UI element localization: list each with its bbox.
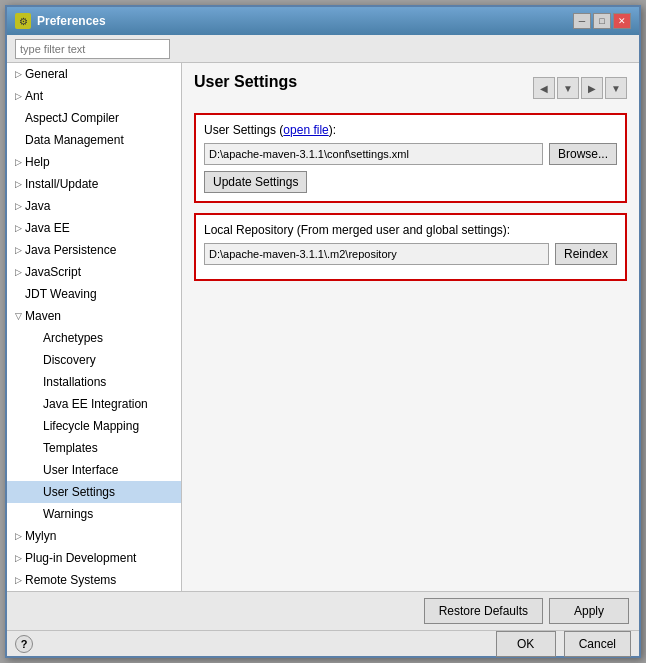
- sidebar-label-java: Java: [25, 199, 50, 213]
- expand-icon-templates: [29, 441, 43, 455]
- sidebar-label-discovery: Discovery: [43, 353, 96, 367]
- sidebar: ▷ General ▷ Ant AspectJ Compiler: [7, 63, 182, 591]
- expand-icon-installations: [29, 375, 43, 389]
- nav-forward-button[interactable]: ▶: [581, 77, 603, 99]
- local-repo-path-input[interactable]: [204, 243, 549, 265]
- sidebar-item-aspectj[interactable]: AspectJ Compiler: [7, 107, 181, 129]
- expand-icon-data-management: [11, 133, 25, 147]
- ok-button[interactable]: OK: [496, 631, 556, 657]
- sidebar-label-ant: Ant: [25, 89, 43, 103]
- sidebar-item-plugin-dev[interactable]: ▷ Plug-in Development: [7, 547, 181, 569]
- sidebar-label-user-interface: User Interface: [43, 463, 118, 477]
- sidebar-item-jdt-weaving[interactable]: JDT Weaving: [7, 283, 181, 305]
- maximize-button[interactable]: □: [593, 13, 611, 29]
- sidebar-label-lifecycle-mapping: Lifecycle Mapping: [43, 419, 139, 433]
- sidebar-item-discovery[interactable]: Discovery: [7, 349, 181, 371]
- expand-icon-user-settings: [29, 485, 43, 499]
- filter-input[interactable]: [15, 39, 170, 59]
- sidebar-item-java-persistence[interactable]: ▷ Java Persistence: [7, 239, 181, 261]
- expand-icon-javascript: ▷: [11, 265, 25, 279]
- expand-icon-help: ▷: [11, 155, 25, 169]
- expand-icon-java-ee-integration: [29, 397, 43, 411]
- sidebar-label-javascript: JavaScript: [25, 265, 81, 279]
- nav-forward-dropdown-button[interactable]: ▼: [605, 77, 627, 99]
- expand-icon-java-ee: ▷: [11, 221, 25, 235]
- sidebar-label-jdt-weaving: JDT Weaving: [25, 287, 97, 301]
- sidebar-label-java-ee: Java EE: [25, 221, 70, 235]
- sidebar-label-plugin-dev: Plug-in Development: [25, 551, 136, 565]
- sidebar-label-mylyn: Mylyn: [25, 529, 56, 543]
- sidebar-item-java-ee[interactable]: ▷ Java EE: [7, 217, 181, 239]
- close-button[interactable]: ✕: [613, 13, 631, 29]
- sidebar-label-data-management: Data Management: [25, 133, 124, 147]
- sidebar-item-java-ee-integration[interactable]: Java EE Integration: [7, 393, 181, 415]
- sidebar-item-mylyn[interactable]: ▷ Mylyn: [7, 525, 181, 547]
- browse-button[interactable]: Browse...: [549, 143, 617, 165]
- expand-icon-discovery: [29, 353, 43, 367]
- reindex-button[interactable]: Reindex: [555, 243, 617, 265]
- panel-title: User Settings: [194, 73, 297, 91]
- expand-icon-lifecycle-mapping: [29, 419, 43, 433]
- sidebar-item-general[interactable]: ▷ General: [7, 63, 181, 85]
- sidebar-item-data-management[interactable]: Data Management: [7, 129, 181, 151]
- expand-icon-archetypes: [29, 331, 43, 345]
- sidebar-item-installations[interactable]: Installations: [7, 371, 181, 393]
- restore-defaults-button[interactable]: Restore Defaults: [424, 598, 543, 624]
- toolbar: [7, 35, 639, 63]
- main-content: ▷ General ▷ Ant AspectJ Compiler: [7, 63, 639, 591]
- right-panel: User Settings ◀ ▼ ▶ ▼ User Settings (ope…: [182, 63, 639, 591]
- expand-icon-general: ▷: [11, 67, 25, 81]
- apply-button[interactable]: Apply: [549, 598, 629, 624]
- cancel-button[interactable]: Cancel: [564, 631, 631, 657]
- status-bar: ? OK Cancel: [7, 630, 639, 656]
- update-settings-button[interactable]: Update Settings: [204, 171, 307, 193]
- expand-icon-warnings: [29, 507, 43, 521]
- sidebar-item-remote-systems[interactable]: ▷ Remote Systems: [7, 569, 181, 591]
- sidebar-item-maven[interactable]: ▽ Maven: [7, 305, 181, 327]
- sidebar-item-javascript[interactable]: ▷ JavaScript: [7, 261, 181, 283]
- expand-icon-plugin-dev: ▷: [11, 551, 25, 565]
- sidebar-label-general: General: [25, 67, 68, 81]
- sidebar-item-user-settings[interactable]: User Settings: [7, 481, 181, 503]
- sidebar-label-java-persistence: Java Persistence: [25, 243, 116, 257]
- sidebar-item-user-interface[interactable]: User Interface: [7, 459, 181, 481]
- expand-icon-maven: ▽: [11, 309, 25, 323]
- expand-icon-ant: ▷: [11, 89, 25, 103]
- window-icon: ⚙: [15, 13, 31, 29]
- expand-icon-jdt-weaving: [11, 287, 25, 301]
- user-settings-section: User Settings (open file): Browse... Upd…: [194, 113, 627, 203]
- expand-icon-java: ▷: [11, 199, 25, 213]
- user-settings-label: User Settings (open file):: [204, 123, 617, 137]
- sidebar-item-warnings[interactable]: Warnings: [7, 503, 181, 525]
- bottom-buttons-row: Restore Defaults Apply: [7, 591, 639, 630]
- expand-icon-java-persistence: ▷: [11, 243, 25, 257]
- expand-icon-mylyn: ▷: [11, 529, 25, 543]
- expand-icon-user-interface: [29, 463, 43, 477]
- help-button[interactable]: ?: [15, 635, 33, 653]
- sidebar-item-ant[interactable]: ▷ Ant: [7, 85, 181, 107]
- sidebar-label-archetypes: Archetypes: [43, 331, 103, 345]
- sidebar-label-install-update: Install/Update: [25, 177, 98, 191]
- preferences-window: ⚙ Preferences ─ □ ✕ ▷ General ▷: [5, 5, 641, 658]
- sidebar-label-java-ee-integration: Java EE Integration: [43, 397, 148, 411]
- sidebar-item-install-update[interactable]: ▷ Install/Update: [7, 173, 181, 195]
- minimize-button[interactable]: ─: [573, 13, 591, 29]
- open-file-link[interactable]: open file: [283, 123, 328, 137]
- sidebar-item-archetypes[interactable]: Archetypes: [7, 327, 181, 349]
- sidebar-label-user-settings: User Settings: [43, 485, 115, 499]
- expand-icon-remote-systems: ▷: [11, 573, 25, 587]
- nav-back-dropdown-button[interactable]: ▼: [557, 77, 579, 99]
- sidebar-label-templates: Templates: [43, 441, 98, 455]
- user-settings-path-input[interactable]: [204, 143, 543, 165]
- sidebar-label-aspectj: AspectJ Compiler: [25, 111, 119, 125]
- sidebar-item-java[interactable]: ▷ Java: [7, 195, 181, 217]
- local-repo-section: Local Repository (From merged user and g…: [194, 213, 627, 281]
- sidebar-item-templates[interactable]: Templates: [7, 437, 181, 459]
- sidebar-label-remote-systems: Remote Systems: [25, 573, 116, 587]
- sidebar-item-lifecycle-mapping[interactable]: Lifecycle Mapping: [7, 415, 181, 437]
- expand-icon-install-update: ▷: [11, 177, 25, 191]
- sidebar-item-help[interactable]: ▷ Help: [7, 151, 181, 173]
- nav-back-button[interactable]: ◀: [533, 77, 555, 99]
- window-title: Preferences: [37, 14, 106, 28]
- title-bar: ⚙ Preferences ─ □ ✕: [7, 7, 639, 35]
